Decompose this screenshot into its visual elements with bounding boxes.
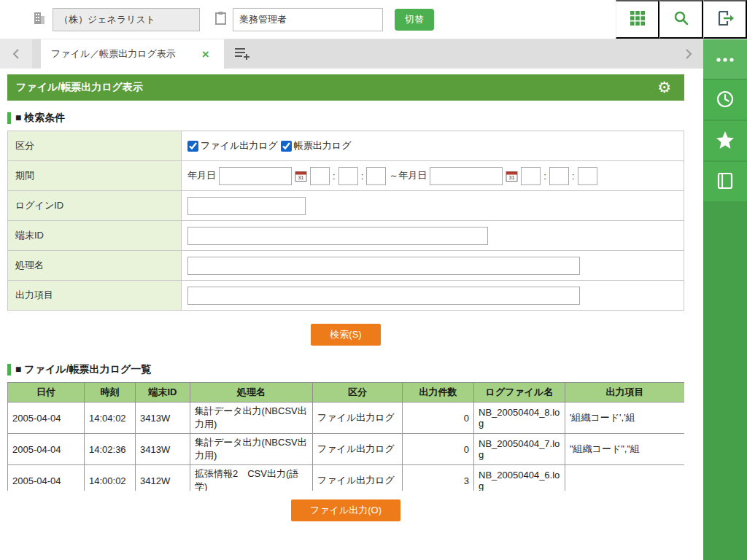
add-tab-icon <box>233 46 251 63</box>
file-log-checkbox[interactable] <box>187 141 198 152</box>
from-minute-input[interactable] <box>338 167 358 185</box>
report-log-checkbox[interactable] <box>281 141 292 152</box>
top-bar: 切替 <box>0 0 747 39</box>
building-icon <box>32 11 47 28</box>
logout-button[interactable] <box>703 0 747 39</box>
role-input[interactable] <box>233 8 383 31</box>
more-button[interactable] <box>703 39 747 79</box>
ellipsis-icon <box>716 54 735 65</box>
section-accent-bar <box>7 364 11 376</box>
list-section-title: ■ ファイル/帳票出力ログ一覧 <box>15 363 151 376</box>
switch-button[interactable]: 切替 <box>395 9 434 31</box>
terminal-id-label: 端末ID <box>8 221 182 251</box>
prev-tab-button[interactable] <box>0 39 32 69</box>
col-logfile: ログファイル名 <box>474 383 565 402</box>
from-hour-input[interactable] <box>310 167 330 185</box>
table-row[interactable]: 2005-04-04 14:00:02 3412W 拡張情報2 CSV出力(語学… <box>8 465 685 491</box>
star-icon <box>715 130 735 152</box>
search-form: 区分 ファイル出力ログ 帳票出力ログ <box>7 131 684 311</box>
table-row[interactable]: 2005-04-04 14:02:36 3413W 集計データ出力(NBCSV出… <box>8 434 685 465</box>
file-output-button[interactable]: ファイル出力(O) <box>291 499 400 521</box>
main-content: ファイル/帳票出力ログ表示 ⚙ ■ 検索条件 区分 ファイル出力ログ <box>0 69 703 560</box>
history-clock-icon <box>715 89 735 112</box>
chevron-left-icon <box>12 48 20 60</box>
gear-icon: ⚙ <box>657 79 671 96</box>
log-list-container: 日付 時刻 端末ID 処理名 区分 出力件数 ログファイル名 出力項目 2005… <box>7 382 684 491</box>
tab-label: ファイル／帳票出力ログ表示 <box>51 47 176 61</box>
to-date-input[interactable] <box>430 167 503 185</box>
calendar-icon: 31 <box>506 170 518 182</box>
search-icon <box>673 10 689 28</box>
next-tab-button[interactable] <box>674 39 703 69</box>
to-hour-input[interactable] <box>521 167 541 185</box>
company-input[interactable] <box>53 8 200 31</box>
file-log-checkbox-label[interactable]: ファイル出力ログ <box>187 139 278 152</box>
favorites-button[interactable] <box>703 121 747 160</box>
book-icon <box>716 171 735 192</box>
from-calendar-button[interactable]: 31 <box>295 170 307 182</box>
search-submit-button[interactable]: 検索(S) <box>311 324 380 346</box>
close-tab-button[interactable]: × <box>198 47 214 61</box>
tab-file-log[interactable]: ファイル／帳票出力ログ表示 × <box>41 39 224 69</box>
col-date: 日付 <box>8 383 85 402</box>
to-second-input[interactable] <box>578 167 597 185</box>
svg-text:31: 31 <box>298 175 304 180</box>
to-minute-input[interactable] <box>549 167 569 185</box>
manual-button[interactable] <box>703 162 747 201</box>
top-icon-group <box>616 0 747 39</box>
table-row[interactable]: 2005-04-04 14:04:02 3413W 集計データ出力(NBCSV出… <box>8 402 685 434</box>
from-second-input[interactable] <box>366 167 386 185</box>
period-label: 期間 <box>8 161 182 191</box>
output-item-label: 出力項目 <box>8 281 182 311</box>
from-date-label: 年月日 <box>187 169 216 182</box>
right-sidebar <box>703 39 747 560</box>
logout-icon <box>716 9 735 30</box>
svg-text:31: 31 <box>509 175 515 180</box>
from-date-input[interactable] <box>219 167 292 185</box>
col-time: 時刻 <box>85 383 136 402</box>
login-id-input[interactable] <box>187 197 306 215</box>
settings-gear-button[interactable]: ⚙ <box>653 78 676 97</box>
grid-icon <box>630 10 646 28</box>
search-section-header: ■ 検索条件 <box>7 112 684 125</box>
clipboard-icon <box>214 11 227 28</box>
to-date-label: ～年月日 <box>389 169 427 182</box>
page-title-bar: ファイル/帳票出力ログ表示 ⚙ <box>7 74 684 101</box>
terminal-id-input[interactable] <box>187 227 488 245</box>
to-calendar-button[interactable]: 31 <box>506 170 518 182</box>
col-terminal: 端末ID <box>136 383 190 402</box>
col-items: 出力項目 <box>565 383 685 402</box>
page-title: ファイル/帳票出力ログ表示 <box>16 81 143 94</box>
add-tab-button[interactable] <box>224 39 260 69</box>
app-grid-button[interactable] <box>616 0 659 39</box>
tab-bar: ファイル／帳票出力ログ表示 × <box>0 39 703 69</box>
login-id-label: ログインID <box>8 191 182 221</box>
col-process: 処理名 <box>190 383 313 402</box>
history-button[interactable] <box>703 80 747 120</box>
table-header-row: 日付 時刻 端末ID 処理名 区分 出力件数 ログファイル名 出力項目 <box>8 383 685 402</box>
section-accent-bar <box>7 112 11 124</box>
search-section-title: ■ 検索条件 <box>15 112 65 125</box>
process-name-label: 処理名 <box>8 251 182 281</box>
calendar-icon: 31 <box>295 170 307 182</box>
list-section-header: ■ ファイル/帳票出力ログ一覧 <box>7 363 684 376</box>
category-label: 区分 <box>8 131 182 161</box>
output-item-input[interactable] <box>187 287 580 305</box>
search-button[interactable] <box>659 0 703 39</box>
log-list-table: 日付 時刻 端末ID 処理名 区分 出力件数 ログファイル名 出力項目 2005… <box>7 382 684 491</box>
col-count: 出力件数 <box>403 383 474 402</box>
chevron-right-icon <box>685 48 692 60</box>
col-category: 区分 <box>313 383 403 402</box>
process-name-input[interactable] <box>187 257 580 275</box>
report-log-checkbox-label[interactable]: 帳票出力ログ <box>281 139 352 152</box>
